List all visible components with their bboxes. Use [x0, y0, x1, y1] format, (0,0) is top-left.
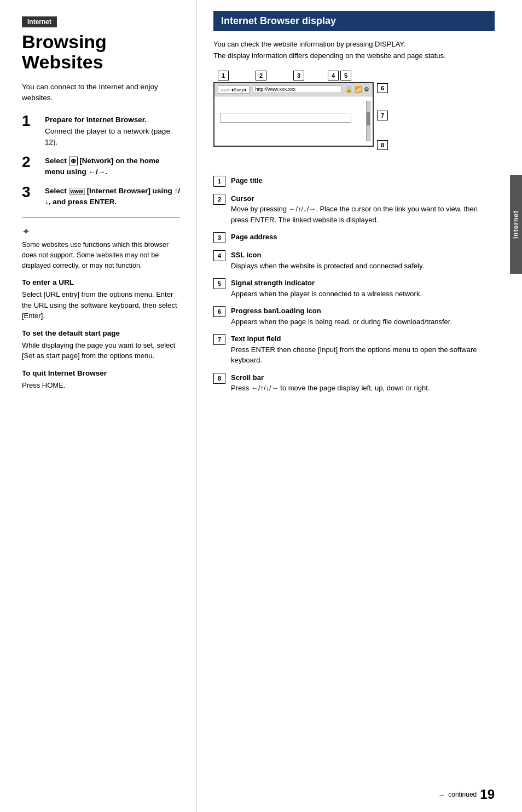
- side-tab-label: Internet: [512, 210, 520, 239]
- main-title: Browsing Websites: [22, 32, 180, 73]
- left-column: Internet Browsing Websites You can conne…: [0, 0, 197, 812]
- feature-title-3: Page address: [231, 233, 277, 241]
- browser-diagram-container: 1 2 3 4 5 www ♦Sony♦ http://www.xxx.xxx: [213, 71, 388, 159]
- diagram-right-labels: 6 7 8: [377, 82, 388, 150]
- step-1-content: Prepare for Internet Browser. Connect th…: [45, 114, 180, 148]
- feature-4: 4 SSL icon Displays when the website is …: [213, 250, 495, 271]
- step-3-content: Select www [Internet Browser] using ↑/↓,…: [45, 186, 180, 208]
- feature-text-3: Page address: [231, 232, 277, 243]
- feature-body-5: Appears when the player is connected to …: [231, 290, 422, 298]
- sub-heading-quit: To quit Internet Browser: [22, 369, 180, 377]
- feature-3: 3 Page address: [213, 232, 495, 243]
- feature-2: 2 Cursor Move by pressing ←/↑/↓/→. Place…: [213, 193, 495, 226]
- feature-num-7: 7: [213, 334, 225, 345]
- tip-text: Some websites use functions which this b…: [22, 240, 180, 270]
- right-intro-line1: You can check the website information by…: [213, 40, 405, 48]
- feature-text-4: SSL icon Displays when the website is pr…: [231, 250, 424, 271]
- feature-text-7: Text input field Press ENTER then choose…: [231, 333, 495, 366]
- browser-toolbar: www ♦Sony♦ http://www.xxx.xxx 🔒 📶 ⚙: [214, 83, 373, 96]
- feature-num-8: 8: [213, 373, 225, 384]
- feature-num-4: 4: [213, 250, 225, 261]
- right-intro-line2: The display information differs dependin…: [213, 51, 446, 60]
- feature-6: 6 Progress bar/Loading icon Appears when…: [213, 306, 495, 327]
- feature-text-1: Page title: [231, 175, 263, 186]
- step-1-body: Connect the player to a network (page 12…: [45, 127, 170, 146]
- diag-label-3: 3: [293, 71, 304, 80]
- feature-num-6: 6: [213, 306, 225, 317]
- sub-content-quit: Press HOME.: [22, 380, 180, 391]
- browser-toolbar-icons: 🔒 📶 ⚙: [345, 86, 369, 93]
- step-3-number: 3: [22, 185, 42, 200]
- diagram-row: www ♦Sony♦ http://www.xxx.xxx 🔒 📶 ⚙: [213, 82, 388, 159]
- step-2-number: 2: [22, 154, 42, 170]
- sub-heading-start: To set the default start page: [22, 329, 180, 337]
- diag-label-6: 6: [377, 83, 388, 93]
- step-3: 3 Select www [Internet Browser] using ↑/…: [22, 186, 180, 208]
- step-3-title: Select www [Internet Browser] using ↑/↓,…: [45, 187, 180, 206]
- side-tab: Internet: [510, 175, 522, 274]
- sub-content-start: While displaying the page you want to se…: [22, 340, 180, 361]
- feature-body-4: Displays when the website is protected a…: [231, 262, 424, 270]
- footer-page-number: 19: [480, 787, 495, 802]
- feature-5: 5 Signal strength indicator Appears when…: [213, 278, 495, 299]
- step-2: 2 Select ⊕ [Network] on the home menu us…: [22, 156, 180, 178]
- feature-title-7: Text input field: [231, 335, 281, 343]
- footer-arrow-icon: →: [438, 791, 445, 799]
- feature-text-8: Scroll bar Press ←/↑/↓/→ to move the pag…: [231, 372, 430, 394]
- feature-title-5: Signal strength indicator: [231, 279, 315, 287]
- feature-title-8: Scroll bar: [231, 373, 264, 382]
- browser-diagram: www ♦Sony♦ http://www.xxx.xxx 🔒 📶 ⚙: [213, 82, 374, 147]
- scroll-bar: [366, 101, 370, 141]
- scroll-thumb: [367, 112, 370, 125]
- right-section-title: Internet Browser display: [213, 11, 495, 31]
- feature-1: 1 Page title: [213, 175, 495, 187]
- right-column: Internet Browser display You can check t…: [197, 0, 522, 812]
- tip-icon: ✦: [22, 226, 180, 238]
- step-1-number: 1: [22, 113, 42, 129]
- feature-body-7: Press ENTER then choose [Input] from the…: [231, 345, 477, 365]
- feature-body-2: Move by pressing ←/↑/↓/→. Place the curs…: [231, 205, 478, 224]
- feature-num-1: 1: [213, 176, 225, 187]
- feature-list: 1 Page title 2 Cursor Move by pressing ←…: [213, 175, 495, 394]
- footer-continued: continued: [448, 791, 477, 798]
- diagram-top-labels: 1 2 3 4 5: [213, 71, 388, 80]
- step-1-title: Prepare for Internet Browser.: [45, 116, 147, 124]
- browser-signal-icon: 📶: [355, 86, 362, 93]
- diag-label-8: 8: [377, 140, 388, 150]
- feature-7: 7 Text input field Press ENTER then choo…: [213, 333, 495, 366]
- step-2-title: Select ⊕ [Network] on the home menu usin…: [45, 157, 160, 176]
- feature-body-6: Appears when the page is being read, or …: [231, 318, 452, 326]
- feature-text-6: Progress bar/Loading icon Appears when t…: [231, 306, 452, 327]
- page: Internet Browsing Websites You can conne…: [0, 0, 522, 812]
- feature-title-1: Page title: [231, 176, 263, 185]
- diag-label-1: 1: [218, 71, 229, 80]
- browser-settings-icon: ⚙: [364, 86, 369, 93]
- feature-title-6: Progress bar/Loading icon: [231, 307, 321, 315]
- diag-label-7: 7: [377, 111, 388, 120]
- feature-text-5: Signal strength indicator Appears when t…: [231, 278, 422, 299]
- right-intro: You can check the website information by…: [213, 39, 495, 62]
- feature-title-4: SSL icon: [231, 251, 261, 259]
- feature-text-2: Cursor Move by pressing ←/↑/↓/→. Place t…: [231, 193, 495, 226]
- divider: [22, 217, 180, 218]
- feature-num-3: 3: [213, 232, 225, 243]
- step-2-content: Select ⊕ [Network] on the home menu usin…: [45, 156, 180, 178]
- tip-section: ✦ Some websites use functions which this…: [22, 226, 180, 270]
- browser-logo: www ♦Sony♦: [218, 85, 250, 94]
- feature-num-5: 5: [213, 278, 225, 289]
- section-tag: Internet: [22, 16, 57, 27]
- step-1: 1 Prepare for Internet Browser. Connect …: [22, 114, 180, 148]
- footer: → continued 19: [438, 787, 495, 802]
- browser-url: http://www.xxx.xxx: [253, 85, 342, 93]
- browser-body: [214, 96, 373, 146]
- browser-lock-icon: 🔒: [345, 86, 353, 93]
- feature-8: 8 Scroll bar Press ←/↑/↓/→ to move the p…: [213, 372, 495, 394]
- text-input-field: [220, 113, 351, 123]
- feature-num-2: 2: [213, 194, 225, 205]
- intro-text: You can connect to the Internet and enjo…: [22, 82, 180, 104]
- sub-content-url: Select [URL entry] from the options menu…: [22, 289, 180, 321]
- diag-label-2: 2: [256, 71, 266, 80]
- sub-heading-url: To enter a URL: [22, 278, 180, 286]
- diag-label-4: 4: [328, 71, 339, 80]
- feature-body-8: Press ←/↑/↓/→ to move the page display l…: [231, 384, 430, 392]
